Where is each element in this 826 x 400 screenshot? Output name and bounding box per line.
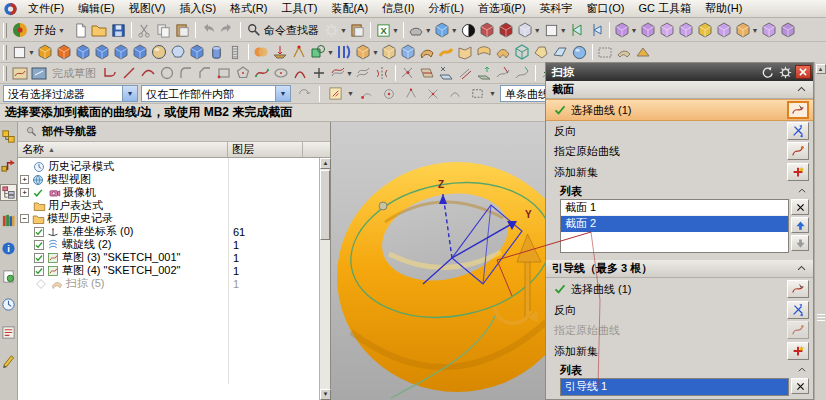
paste-button[interactable]	[173, 21, 192, 39]
block-button[interactable]	[74, 43, 93, 61]
thread-button[interactable]	[226, 43, 245, 61]
move-down-button[interactable]	[791, 235, 809, 251]
combo-dropdown-icon[interactable]: ▼	[122, 86, 137, 101]
sketch-in-task-icon[interactable]	[10, 64, 29, 82]
chevron-up-icon[interactable]	[797, 186, 807, 196]
trim-body-button[interactable]	[271, 43, 290, 61]
guides-group-header[interactable]: 引导线（最多 3 根）	[546, 260, 813, 278]
pattern-curve-button[interactable]	[354, 64, 373, 82]
mid-point-snap-icon[interactable]	[380, 85, 399, 103]
shaded-view-button[interactable]	[433, 21, 452, 39]
internet-explorer-tab[interactable]	[0, 240, 17, 257]
dialog-options-gear-icon[interactable]	[777, 65, 793, 79]
unite-button[interactable]	[252, 43, 271, 61]
list-item[interactable]: 截面 1	[561, 200, 788, 216]
styled-sweep-button[interactable]	[615, 43, 634, 61]
n-sided-surface-button[interactable]	[532, 43, 551, 61]
quick-trim-button[interactable]	[494, 64, 513, 82]
remove-item-button[interactable]	[791, 199, 809, 215]
show-degrees-freedom-button[interactable]	[658, 21, 677, 39]
assembly-constraints-button[interactable]	[639, 21, 658, 39]
arc-center-snap-icon[interactable]	[446, 85, 465, 103]
revolve-button[interactable]	[55, 43, 74, 61]
suppress-component-button[interactable]	[759, 21, 778, 39]
roles-tab[interactable]	[0, 352, 17, 369]
ellipse-tool-button[interactable]	[271, 64, 290, 82]
constraint-navigator-tab[interactable]	[0, 156, 17, 173]
guide-origin-curve-button[interactable]	[787, 321, 809, 339]
chevron-up-icon[interactable]	[797, 365, 807, 375]
toolbar-grip[interactable]	[3, 23, 7, 38]
copy-button[interactable]	[154, 21, 173, 39]
selection-scope-combo[interactable]: 仅在工作部件内部 ▼	[141, 85, 291, 102]
section-list-label[interactable]: 列表	[546, 183, 813, 199]
graphics-viewport[interactable]: Z Y	[331, 122, 545, 400]
chevron-up-icon[interactable]	[796, 84, 807, 95]
rectangle-tool-button[interactable]	[214, 64, 233, 82]
redo-button[interactable]	[218, 21, 237, 39]
spreadsheet-button[interactable]: X	[374, 21, 393, 39]
offset-curve-button[interactable]	[328, 64, 347, 82]
menu-information[interactable]: 信息(I)	[375, 0, 421, 18]
dialog-title-bar[interactable]: 扫掠	[546, 63, 813, 81]
process-studio-tab[interactable]	[0, 324, 17, 341]
type-filter-combo[interactable]: 没有选择过滤器 ▼	[3, 85, 138, 102]
guide-reverse-button[interactable]	[787, 301, 809, 319]
export-button[interactable]	[348, 21, 367, 39]
part-navigator-tab[interactable]	[0, 184, 17, 201]
control-point-snap-icon[interactable]	[402, 85, 421, 103]
torus-model[interactable]: Z Y	[331, 122, 545, 400]
chamfer-button[interactable]	[354, 43, 373, 61]
polygon-tool-button[interactable]	[233, 64, 252, 82]
undo-button[interactable]	[199, 21, 218, 39]
save-button[interactable]	[109, 21, 128, 39]
navigator-scrollbar[interactable]: ▲ ▼	[319, 158, 330, 400]
draft-button[interactable]	[290, 43, 309, 61]
project-curve-button[interactable]	[437, 64, 456, 82]
tree-row-sweep[interactable]: 扫掠 (5) 1	[18, 277, 320, 290]
reattach-sketch-icon[interactable]	[29, 64, 48, 82]
scroll-down-icon[interactable]: ▼	[320, 389, 331, 400]
circle-tool-button[interactable]	[157, 64, 176, 82]
guide-add-new-set-button[interactable]	[787, 342, 809, 360]
clip-work-section-button[interactable]	[587, 21, 606, 39]
scroll-up-icon[interactable]: ▲	[816, 64, 826, 74]
move-up-button[interactable]	[791, 217, 809, 233]
section-listbox[interactable]: 截面 1 截面 2	[560, 199, 789, 253]
point-tool-button[interactable]	[309, 64, 328, 82]
start-button[interactable]: 开始▼	[29, 22, 71, 39]
edit-suppression-button[interactable]	[778, 21, 797, 39]
dialog-scroll-strip[interactable]: ▲	[814, 62, 826, 400]
shell-button[interactable]	[309, 43, 328, 61]
cut-button[interactable]	[135, 21, 154, 39]
guide-select-curve-row[interactable]: 选择曲线 (1)	[546, 278, 813, 300]
line-tool-button[interactable]	[119, 64, 138, 82]
history-palette-tab[interactable]	[0, 268, 17, 285]
offset-face-button[interactable]	[380, 43, 399, 61]
datum-plane-button[interactable]	[10, 43, 29, 61]
menu-analysis[interactable]: 分析(L)	[421, 0, 470, 18]
list-item-selected[interactable]: 引导线 1	[561, 379, 788, 395]
mirror-curve-button[interactable]	[373, 64, 392, 82]
sphere-feature-button[interactable]	[131, 43, 150, 61]
curve-point-handle[interactable]	[379, 202, 387, 210]
sphere-surface-button[interactable]	[570, 43, 589, 61]
facet-cube-button[interactable]	[497, 21, 516, 39]
menu-yingkeyu[interactable]: 英科宇	[533, 0, 580, 18]
conic-tool-button[interactable]	[290, 64, 309, 82]
snap-point-toggle[interactable]	[326, 85, 345, 103]
menu-file[interactable]: 文件(F)	[21, 0, 71, 18]
finish-sketch-button[interactable]: 完成草图	[48, 66, 100, 81]
new-component-button[interactable]	[696, 21, 715, 39]
list-item-selected[interactable]: 截面 2	[561, 216, 788, 232]
customize-button[interactable]	[322, 21, 341, 39]
close-icon[interactable]	[795, 65, 811, 79]
pin-icon[interactable]	[26, 126, 37, 137]
studio-spline-tool-button[interactable]	[252, 64, 271, 82]
column-layer[interactable]: 图层	[228, 142, 303, 157]
assembly-navigator-tab[interactable]	[0, 128, 17, 145]
through-curves-button[interactable]	[475, 43, 494, 61]
pad-button[interactable]	[207, 43, 226, 61]
combo-dropdown-icon[interactable]: ▼	[275, 86, 290, 101]
rectangle-select-icon[interactable]	[468, 85, 487, 103]
